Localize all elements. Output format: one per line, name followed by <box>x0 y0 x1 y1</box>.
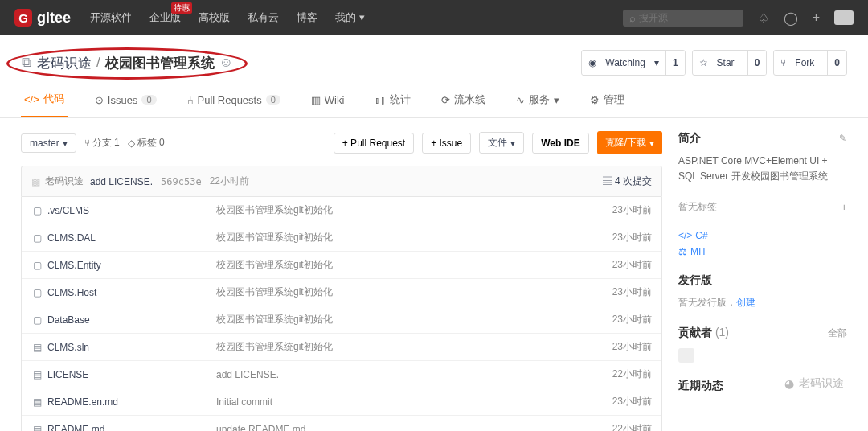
issue-button[interactable]: + Issue <box>422 133 471 154</box>
nav-education[interactable]: 高校版 <box>199 10 230 25</box>
file-commit-msg[interactable]: 校园图书管理系统git初始化 <box>216 203 612 217</box>
logo[interactable]: G gitee <box>14 9 71 27</box>
tags-link[interactable]: ◇ 标签 0 <box>128 136 165 150</box>
file-row[interactable]: ▢.vs/CLMS校园图书管理系统git初始化23小时前 <box>22 197 661 224</box>
nav-opensource[interactable]: 开源软件 <box>90 10 132 25</box>
file-commit-msg[interactable]: 校园图书管理系统git初始化 <box>216 313 612 326</box>
file-row[interactable]: ▢CLMS.DAL校园图书管理系统git初始化23小时前 <box>22 224 661 252</box>
file-commit-msg[interactable]: 校园图书管理系统git初始化 <box>216 231 612 244</box>
tab-stats[interactable]: ⫾⫿统计 <box>371 85 414 117</box>
create-release-link[interactable]: 创建 <box>736 297 755 308</box>
file-name[interactable]: ▤README.md <box>31 424 216 432</box>
file-name[interactable]: ▢.vs/CLMS <box>31 205 216 216</box>
release-heading: 发行版 <box>678 273 712 288</box>
file-icon: ▤ <box>31 424 43 432</box>
clone-button[interactable]: 克隆/下载 ▾ <box>597 131 662 154</box>
no-tags: 暂无标签 <box>678 200 717 214</box>
tab-code[interactable]: </>代码 <box>21 85 68 117</box>
fork-button[interactable]: ⑂ Fork0 <box>773 50 847 76</box>
file-commit-msg[interactable]: 校园图书管理系统git初始化 <box>216 340 612 354</box>
repo-header: ⧉ 老码识途 / 校园图书管理系统 ☺ ◉ Watching ▾1 ☆ Star… <box>0 35 868 76</box>
file-icon: ▤ <box>31 396 43 408</box>
file-commit-msg[interactable]: Initial commit <box>216 396 612 408</box>
webide-button[interactable]: Web IDE <box>532 133 588 154</box>
file-name[interactable]: ▢DataBase <box>31 314 216 326</box>
repo-title: ⧉ 老码识途 / 校园图书管理系统 ☺ <box>21 54 231 72</box>
commit-author[interactable]: 老码识途 <box>45 174 84 188</box>
tab-wiki[interactable]: ▥Wiki <box>308 85 348 117</box>
branches-link[interactable]: ⑂ 分支 1 <box>84 136 120 150</box>
commit-message[interactable]: add LICENSE. <box>90 176 153 187</box>
file-name[interactable]: ▤CLMS.sln <box>31 342 216 353</box>
owner-link[interactable]: 老码识途 <box>37 54 92 72</box>
tab-pipeline[interactable]: ⟳流水线 <box>438 85 489 117</box>
branch-select[interactable]: master ▾ <box>21 133 76 153</box>
plus-icon[interactable]: + <box>813 10 820 25</box>
folder-icon: ▢ <box>31 260 43 271</box>
nav-mine[interactable]: 我的 ▾ <box>335 10 365 25</box>
file-time: 23小时前 <box>612 203 652 217</box>
logo-icon: G <box>14 9 32 27</box>
file-name[interactable]: ▤LICENSE <box>31 369 216 380</box>
file-time: 22小时前 <box>612 422 652 431</box>
file-name[interactable]: ▢CLMS.Host <box>31 287 216 298</box>
activity-heading: 近期动态 <box>678 379 723 393</box>
file-name[interactable]: ▢CLMS.Entity <box>31 260 216 271</box>
repo-name[interactable]: 校园图书管理系统 <box>105 54 215 72</box>
language-link[interactable]: </> C# <box>678 230 847 241</box>
commit-hash[interactable]: 569c53e <box>161 176 202 187</box>
file-name[interactable]: ▤README.en.md <box>31 396 216 408</box>
contributor-avatar[interactable] <box>678 348 694 363</box>
folder-icon: ▢ <box>31 314 43 326</box>
tab-manage[interactable]: ⚙管理 <box>587 85 628 117</box>
no-release: 暂无发行版， <box>678 297 736 308</box>
nav-private[interactable]: 私有云 <box>248 10 279 25</box>
contributors-heading: 贡献者 (1) <box>678 326 729 340</box>
nav-blog[interactable]: 博客 <box>297 10 317 25</box>
file-commit-msg[interactable]: 校园图书管理系统git初始化 <box>216 285 612 299</box>
tab-pullrequests[interactable]: ⑃Pull Requests0 <box>184 85 284 117</box>
file-row[interactable]: ▢CLMS.Entity校园图书管理系统git初始化23小时前 <box>22 252 661 279</box>
pullrequest-button[interactable]: + Pull Request <box>334 133 414 154</box>
file-commit-msg[interactable]: update README.md. <box>216 424 612 432</box>
avatar-icon: ▩ <box>31 176 40 187</box>
file-commit-msg[interactable]: add LICENSE. <box>216 369 612 380</box>
tab-service[interactable]: ∿服务 ▾ <box>513 85 563 117</box>
files-select[interactable]: 文件 ▾ <box>479 132 524 154</box>
file-row[interactable]: ▤README.en.mdInitial commit23小时前 <box>22 388 661 416</box>
file-row[interactable]: ▢DataBase校园图书管理系统git初始化23小时前 <box>22 306 661 334</box>
watermark: ◕老码识途 <box>784 376 844 391</box>
license-link[interactable]: ⚖ MIT <box>678 246 847 257</box>
badge-icon: ☺ <box>219 55 231 71</box>
folder-icon: ▢ <box>31 287 43 298</box>
file-time: 23小时前 <box>612 231 652 244</box>
repo-tabs: </>代码 ⊙Issues0 ⑃Pull Requests0 ▥Wiki ⫾⫿统… <box>0 76 868 118</box>
file-time: 23小时前 <box>612 258 652 272</box>
file-name[interactable]: ▢CLMS.DAL <box>31 232 216 244</box>
add-tag-icon[interactable]: + <box>841 201 847 213</box>
file-row[interactable]: ▤CLMS.sln校园图书管理系统git初始化23小时前 <box>22 334 661 361</box>
search-icon: ⌕ <box>629 12 636 24</box>
bell-icon[interactable]: ♤ <box>758 10 769 26</box>
file-commit-msg[interactable]: 校园图书管理系统git初始化 <box>216 258 612 272</box>
edit-icon[interactable]: ✎ <box>839 133 847 144</box>
repo-description: ASP.NET Core MVC+Element UI + SQL Server… <box>678 154 847 184</box>
nav-enterprise[interactable]: 企业版特惠 <box>149 10 181 25</box>
star-button[interactable]: ☆ Star0 <box>692 50 768 76</box>
file-row[interactable]: ▤LICENSEadd LICENSE.22小时前 <box>22 361 661 388</box>
repo-actions: ◉ Watching ▾1 ☆ Star0 ⑂ Fork0 <box>581 50 847 76</box>
tab-issues[interactable]: ⊙Issues0 <box>92 85 160 117</box>
commits-total[interactable]: ▤ 4 次提交 <box>603 174 652 188</box>
file-row[interactable]: ▢CLMS.Host校园图书管理系统git初始化23小时前 <box>22 279 661 306</box>
file-time: 23小时前 <box>612 340 652 354</box>
avatar[interactable] <box>834 10 854 25</box>
repo-icon: ⧉ <box>21 55 32 71</box>
search-input[interactable] <box>639 12 760 23</box>
commit-time: 22小时前 <box>210 174 249 188</box>
help-icon[interactable]: ◯ <box>784 10 798 26</box>
watch-button[interactable]: ◉ Watching ▾1 <box>581 50 685 76</box>
all-contributors-link[interactable]: 全部 <box>828 326 847 340</box>
search-box[interactable]: ⌕ <box>623 10 743 27</box>
file-row[interactable]: ▤README.mdupdate README.md.22小时前 <box>22 416 661 431</box>
file-icon: ▤ <box>31 369 43 380</box>
